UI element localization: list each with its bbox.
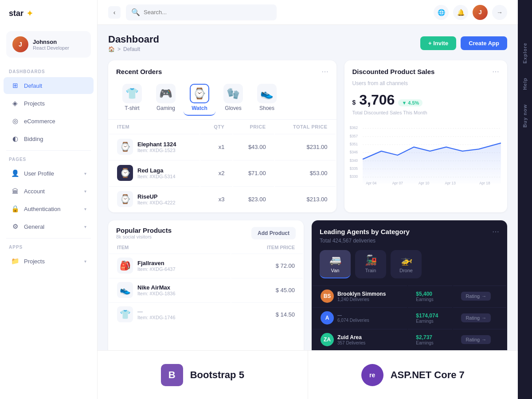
agent-avatar: A	[321, 311, 334, 325]
rating-button[interactable]: Rating →	[461, 335, 491, 344]
svg-text:$362: $362	[349, 126, 358, 130]
user-info: Johnson React Developer	[33, 39, 69, 51]
sidebar-item-projects[interactable]: ◈ Projects	[4, 95, 94, 112]
user-avatar-topbar[interactable]: J	[473, 5, 488, 20]
main-content: ‹ 🔍 🌐 🔔 J → Dashboard 🏠 > Default	[98, 0, 518, 399]
breadcrumb-sep: >	[117, 46, 121, 52]
col-total: TOTAL PRICE	[275, 121, 336, 133]
sales-menu-button[interactable]: ⋯	[492, 67, 499, 76]
item-total: $53.00	[275, 160, 336, 185]
agent-cell: BS Brooklyn Simmons 1,240 Deliveries	[313, 286, 407, 306]
sales-chart: $362 $357 $351 $346 $340 $335 $330	[344, 120, 508, 197]
breadcrumb-home-icon: 🏠	[108, 46, 115, 52]
tab-gaming-label: Gaming	[156, 105, 175, 111]
pop-col-price: ITEM PRICE	[231, 242, 303, 253]
sidebar-item-bidding[interactable]: ◐ Bidding	[4, 130, 94, 147]
arrow-right-icon-button[interactable]: →	[492, 5, 507, 20]
agent-rating-cell: Rating →	[453, 329, 506, 350]
tab-tshirt[interactable]: 👕 T-shirt	[116, 80, 148, 116]
notification-icon-button[interactable]: 🔔	[453, 5, 468, 20]
logo-star: ✦	[26, 8, 34, 19]
svg-text:$335: $335	[349, 167, 358, 171]
sidebar-item-label: Bidding	[24, 136, 43, 142]
sidebar-item-user-profile[interactable]: 👤 User Profile ▾	[4, 165, 94, 182]
item-image: ⌚	[117, 139, 133, 155]
arrow-right-icon: →	[481, 315, 486, 321]
item-total: $213.00	[275, 186, 336, 211]
sidebar-item-authentication[interactable]: 🔒 Authentication ▾	[4, 200, 94, 217]
svg-text:Apr 18: Apr 18	[479, 181, 490, 185]
search-box: 🔍	[126, 4, 277, 20]
chevron-down-icon: ▾	[84, 207, 86, 211]
tab-drone[interactable]: 🚁 Drone	[391, 250, 422, 278]
search-input[interactable]	[144, 9, 271, 16]
tab-gaming[interactable]: 🎮 Gaming	[150, 80, 182, 116]
item-id: Item: #XDG-5314	[137, 174, 176, 179]
rating-button[interactable]: Rating →	[461, 292, 491, 301]
apps-projects-icon: 📁	[11, 257, 20, 266]
sidebar-item-ecommerce[interactable]: ◎ eCommerce	[4, 113, 94, 129]
agents-menu-button[interactable]: ⋯	[492, 227, 499, 236]
tab-gloves[interactable]: 🧤 Gloves	[217, 80, 249, 116]
item-image: ⌚	[117, 165, 133, 181]
buy-now-label[interactable]: Buy now	[520, 97, 530, 135]
bootstrap-banner: B Bootstrap 5	[98, 350, 308, 399]
avatar: J	[12, 36, 28, 52]
breadcrumb-current: Default	[123, 46, 140, 52]
gaming-tab-icon: 🎮	[156, 84, 176, 103]
chevron-down-icon: ▾	[84, 224, 86, 229]
orders-title: Recent Orders	[116, 68, 162, 75]
pages-section-label: PAGES	[0, 153, 97, 164]
item-qty: x1	[200, 134, 232, 159]
create-app-button[interactable]: Create App	[461, 36, 507, 50]
arrow-right-icon: →	[481, 337, 486, 342]
svg-text:Apr 04: Apr 04	[366, 181, 377, 185]
agent-earnings: $174,074 Earnings	[408, 307, 452, 328]
invite-button[interactable]: + Invite	[420, 36, 456, 50]
item-cell: ⌚ Elephant 1324 Item: #XDG-1523	[109, 134, 200, 159]
item-qty: x2	[200, 160, 232, 185]
pop-item-image: 👕	[117, 306, 133, 322]
orders-menu-button[interactable]: ⋯	[321, 67, 329, 76]
explore-label[interactable]: Explore	[520, 35, 530, 70]
user-name: Johnson	[33, 39, 69, 45]
sidebar-item-apps-projects[interactable]: 📁 Projects ▾	[4, 253, 94, 270]
apps-section-label: APPS	[0, 241, 97, 252]
item-name: RiseUP	[137, 193, 176, 200]
pop-item-id: Item: #XDG-1746	[137, 315, 176, 320]
user-profile-card[interactable]: J Johnson React Developer	[6, 31, 91, 58]
list-item: 👟 Nike AirMax Item: #XDG-1836 $ 45.00	[109, 278, 303, 301]
sidebar-item-label: Authentication	[24, 206, 60, 212]
agents-table: BS Brooklyn Simmons 1,240 Deliveries $5,…	[312, 285, 507, 351]
tab-shoes[interactable]: 👟 Shoes	[251, 80, 283, 116]
collapse-sidebar-button[interactable]: ‹	[108, 6, 121, 19]
svg-text:Apr 07: Apr 07	[392, 181, 403, 185]
tab-shoes-label: Shoes	[259, 105, 274, 111]
pop-item-name: Fjallraven	[137, 260, 176, 266]
pop-item-cell: 🎒 Fjallraven Item: #XDG-6437	[109, 254, 231, 277]
globe-icon-button[interactable]: 🌐	[434, 5, 449, 20]
general-icon: ⚙	[11, 222, 20, 231]
popular-subtitle: 8k social visitors	[116, 234, 172, 239]
user-role: React Developer	[33, 45, 69, 51]
chevron-down-icon: ▾	[84, 189, 86, 194]
sidebar-item-default[interactable]: ⊞ Default	[4, 77, 94, 94]
item-name: Elephant 1324	[137, 141, 176, 148]
rating-button[interactable]: Rating →	[461, 313, 491, 322]
tab-tshirt-label: T-shirt	[125, 105, 139, 111]
recent-orders-card: Recent Orders ⋯ 👕 T-shirt 🎮 Gaming ⌚	[108, 60, 336, 212]
tab-watch[interactable]: ⌚ Watch	[184, 80, 215, 116]
tab-train[interactable]: 🚂 Train	[355, 250, 386, 278]
help-label[interactable]: Help	[520, 70, 530, 97]
bidding-icon: ◐	[11, 134, 20, 143]
list-item: 👕 — Item: #XDG-1746 $ 14.50	[109, 302, 303, 326]
tab-van[interactable]: 🚐 Van	[320, 250, 351, 278]
sidebar-item-account[interactable]: 🏛 Account ▾	[4, 183, 94, 200]
sidebar-item-general[interactable]: ⚙ General ▾	[4, 218, 94, 235]
agent-name: Zuid Area	[337, 334, 365, 340]
page-header-left: Dashboard 🏠 > Default	[108, 34, 159, 52]
watch-tab-icon: ⌚	[190, 84, 209, 103]
add-product-button[interactable]: Add Product	[251, 227, 296, 239]
default-icon: ⊞	[11, 81, 20, 90]
content-area: Dashboard 🏠 > Default + Invite Create Ap…	[98, 25, 518, 399]
